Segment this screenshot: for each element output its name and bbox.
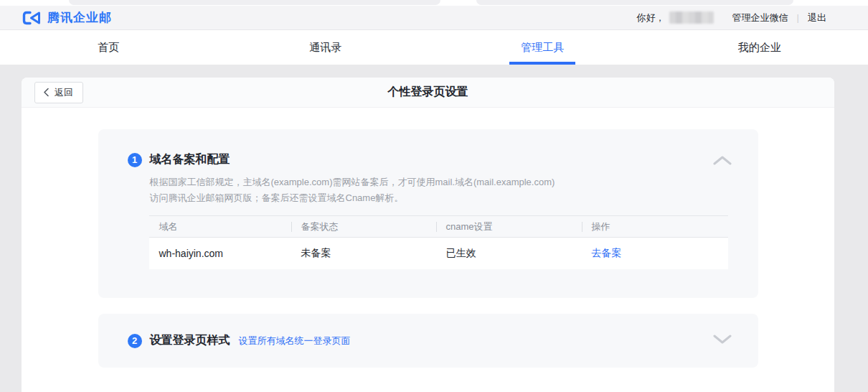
section2-title: 设置登录页样式 — [150, 333, 230, 348]
main-area: 返回 个性登录页设置 1 域名备案和配置 根据国家工信部规定，主域名(examp… — [0, 65, 868, 392]
cell-domain: wh-haiyin.com — [149, 248, 291, 259]
browser-remnant-left — [69, 0, 440, 5]
step-1-badge: 1 — [128, 153, 142, 167]
chevron-down-icon[interactable] — [713, 334, 732, 345]
topbar-divider: | — [797, 12, 799, 23]
section-login-style-card: 2 设置登录页样式 设置所有域名统一登录页面 — [98, 314, 758, 368]
section2-header: 2 设置登录页样式 设置所有域名统一登录页面 — [128, 333, 730, 348]
step-2-badge: 2 — [128, 334, 142, 348]
topbar-right: 你好， 管理企业微信 | 退出 — [637, 11, 826, 24]
section1-description: 根据国家工信部规定，主域名(example.com)需网站备案后，才可使用mai… — [150, 174, 730, 206]
nav-tab-home[interactable]: 首页 — [0, 30, 217, 65]
exmail-logo: 腾讯企业邮 — [22, 9, 112, 26]
page-title: 个性登录页设置 — [388, 85, 468, 100]
nav-tab-my-company[interactable]: 我的企业 — [651, 30, 868, 65]
browser-remnant-right — [476, 0, 793, 5]
page-header: 返回 个性登录页设置 — [22, 78, 834, 108]
main-nav: 首页 通讯录 管理工具 我的企业 — [0, 30, 868, 65]
chevron-up-icon[interactable] — [713, 155, 732, 166]
topbar: 腾讯企业邮 你好， 管理企业微信 | 退出 — [0, 6, 868, 30]
section-domain-icp-card: 1 域名备案和配置 根据国家工信部规定，主域名(example.com)需网站备… — [98, 129, 758, 298]
table-row: wh-haiyin.com 未备案 已生效 去备案 — [149, 238, 728, 269]
logout-link[interactable]: 退出 — [808, 11, 826, 24]
col-header-icp-status: 备案状态 — [291, 216, 436, 237]
section1-title: 域名备案和配置 — [150, 152, 230, 167]
domain-table: 域名 备案状态 cname设置 操作 wh-haiyin.com 未备案 已生效… — [149, 215, 728, 269]
exmail-logo-icon — [22, 10, 42, 26]
nav-tab-contacts[interactable]: 通讯录 — [217, 30, 435, 65]
page-body: 1 域名备案和配置 根据国家工信部规定，主域名(example.com)需网站备… — [22, 108, 834, 368]
back-button-label: 返回 — [55, 86, 73, 99]
username-redacted — [669, 11, 714, 24]
unified-login-page-link[interactable]: 设置所有域名统一登录页面 — [239, 335, 351, 347]
cell-icp-status: 未备案 — [291, 247, 436, 260]
chevron-left-icon — [43, 88, 49, 97]
col-header-domain: 域名 — [149, 216, 291, 237]
nav-tab-admin-tools[interactable]: 管理工具 — [434, 30, 651, 65]
section1-header: 1 域名备案和配置 — [128, 152, 730, 167]
exmail-logo-text: 腾讯企业邮 — [47, 9, 112, 26]
content-panel: 返回 个性登录页设置 1 域名备案和配置 根据国家工信部规定，主域名(examp… — [22, 78, 834, 392]
manage-wechat-link[interactable]: 管理企业微信 — [732, 11, 788, 24]
col-header-cname: cname设置 — [436, 216, 582, 237]
go-icp-filing-link[interactable]: 去备案 — [592, 247, 622, 258]
domain-table-header: 域名 备案状态 cname设置 操作 — [149, 215, 728, 238]
section1-description-line2: 访问腾讯企业邮箱网页版；备案后还需设置域名Cname解析。 — [150, 190, 730, 206]
back-button[interactable]: 返回 — [34, 82, 83, 103]
greeting-text: 你好， — [637, 11, 665, 24]
section1-description-line1: 根据国家工信部规定，主域名(example.com)需网站备案后，才可使用mai… — [150, 174, 730, 190]
col-header-action: 操作 — [582, 216, 728, 237]
browser-remnant-strip — [0, 0, 868, 6]
cell-cname-status: 已生效 — [436, 247, 582, 260]
